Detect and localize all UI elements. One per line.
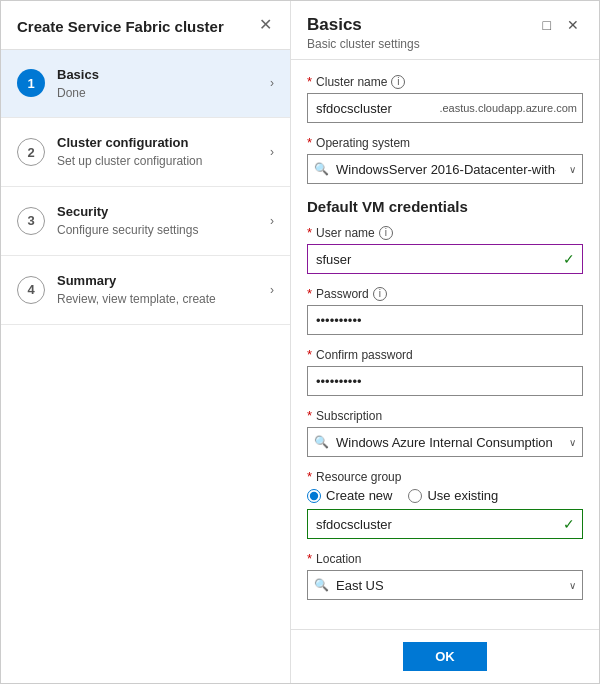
password-input-wrapper: [307, 305, 583, 335]
step-1-chevron: ›: [270, 76, 274, 90]
step-4-chevron: ›: [270, 283, 274, 297]
right-content: * Cluster name i .eastus.cloudapp.azure.…: [291, 60, 599, 629]
cluster-name-info-icon[interactable]: i: [391, 75, 405, 89]
password-group: * Password i: [307, 286, 583, 335]
subscription-label-text: Subscription: [316, 409, 382, 423]
step-1-title: Basics: [57, 66, 264, 84]
resource-group-input-wrapper: ✓: [307, 509, 583, 539]
right-close-button[interactable]: ✕: [563, 15, 583, 35]
cluster-name-label-text: Cluster name: [316, 75, 387, 89]
password-required: *: [307, 286, 312, 301]
location-label: * Location: [307, 551, 583, 566]
resource-group-label: * Resource group: [307, 469, 583, 484]
right-footer: OK: [291, 629, 599, 683]
confirm-password-input[interactable]: [307, 366, 583, 396]
step-4-title: Summary: [57, 272, 264, 290]
username-label-text: User name: [316, 226, 375, 240]
password-label: * Password i: [307, 286, 583, 301]
right-header-info: Basics Basic cluster settings: [307, 15, 420, 51]
step-item-2[interactable]: 2 Cluster configuration Set up cluster c…: [1, 118, 290, 187]
resource-group-check-icon: ✓: [563, 516, 575, 532]
os-label-text: Operating system: [316, 136, 410, 150]
resource-group-input[interactable]: [307, 509, 583, 539]
resource-group-required: *: [307, 469, 312, 484]
resource-group-radio-row: Create new Use existing: [307, 488, 583, 503]
subscription-label: * Subscription: [307, 408, 583, 423]
step-2-subtitle: Set up cluster configuration: [57, 154, 264, 170]
cluster-name-domain: .eastus.cloudapp.azure.com: [439, 102, 577, 114]
use-existing-radio[interactable]: [408, 489, 422, 503]
step-4-subtitle: Review, view template, create: [57, 292, 264, 308]
maximize-button[interactable]: □: [539, 15, 555, 35]
step-3-number: 3: [17, 207, 45, 235]
cluster-name-input-wrapper: .eastus.cloudapp.azure.com: [307, 93, 583, 123]
username-check-icon: ✓: [563, 251, 575, 267]
username-input-wrapper: ✓: [307, 244, 583, 274]
step-3-chevron: ›: [270, 214, 274, 228]
password-input[interactable]: [307, 305, 583, 335]
step-item-4[interactable]: 4 Summary Review, view template, create …: [1, 256, 290, 325]
subscription-group: * Subscription 🔍 Windows Azure Internal …: [307, 408, 583, 457]
confirm-password-group: * Confirm password: [307, 347, 583, 396]
confirm-password-label-text: Confirm password: [316, 348, 413, 362]
step-4-number: 4: [17, 276, 45, 304]
cluster-name-label: * Cluster name i: [307, 74, 583, 89]
step-3-subtitle: Configure security settings: [57, 223, 264, 239]
left-header: Create Service Fabric cluster ✕: [1, 1, 290, 50]
os-required: *: [307, 135, 312, 150]
step-1-subtitle: Done: [57, 86, 264, 102]
username-group: * User name i ✓: [307, 225, 583, 274]
left-panel-title: Create Service Fabric cluster: [17, 17, 224, 37]
username-required: *: [307, 225, 312, 240]
os-select[interactable]: WindowsServer 2016-Datacenter-with-C: [307, 154, 583, 184]
subscription-select-wrapper: 🔍 Windows Azure Internal Consumption (0 …: [307, 427, 583, 457]
step-2-number: 2: [17, 138, 45, 166]
create-new-radio[interactable]: [307, 489, 321, 503]
vm-credentials-section-title: Default VM credentials: [307, 198, 583, 215]
step-3-title: Security: [57, 203, 264, 221]
dialog-wrapper: Create Service Fabric cluster ✕ 1 Basics…: [0, 0, 600, 684]
steps-list: 1 Basics Done › 2 Cluster configuration …: [1, 50, 290, 684]
step-item-1[interactable]: 1 Basics Done ›: [1, 50, 290, 119]
right-panel: Basics Basic cluster settings □ ✕ * Clus…: [291, 1, 599, 683]
step-1-text: Basics Done: [57, 66, 264, 102]
os-label: * Operating system: [307, 135, 583, 150]
step-3-text: Security Configure security settings: [57, 203, 264, 239]
cluster-name-required: *: [307, 74, 312, 89]
right-panel-title: Basics: [307, 15, 420, 35]
step-2-text: Cluster configuration Set up cluster con…: [57, 134, 264, 170]
ok-button[interactable]: OK: [403, 642, 487, 671]
confirm-password-input-wrapper: [307, 366, 583, 396]
username-info-icon[interactable]: i: [379, 226, 393, 240]
step-1-number: 1: [17, 69, 45, 97]
password-info-icon[interactable]: i: [373, 287, 387, 301]
os-select-wrapper: 🔍 WindowsServer 2016-Datacenter-with-C ∨: [307, 154, 583, 184]
left-panel: Create Service Fabric cluster ✕ 1 Basics…: [1, 1, 291, 683]
username-label: * User name i: [307, 225, 583, 240]
location-group: * Location 🔍 East US ∨: [307, 551, 583, 600]
right-header: Basics Basic cluster settings □ ✕: [291, 1, 599, 60]
resource-group-group: * Resource group Create new Use existing: [307, 469, 583, 539]
create-new-label-text: Create new: [326, 488, 392, 503]
step-4-text: Summary Review, view template, create: [57, 272, 264, 308]
create-new-radio-label[interactable]: Create new: [307, 488, 392, 503]
step-item-3[interactable]: 3 Security Configure security settings ›: [1, 187, 290, 256]
confirm-password-required: *: [307, 347, 312, 362]
location-label-text: Location: [316, 552, 361, 566]
subscription-required: *: [307, 408, 312, 423]
confirm-password-label: * Confirm password: [307, 347, 583, 362]
left-close-button[interactable]: ✕: [257, 17, 274, 33]
right-panel-subtitle: Basic cluster settings: [307, 37, 420, 51]
use-existing-radio-label[interactable]: Use existing: [408, 488, 498, 503]
use-existing-label-text: Use existing: [427, 488, 498, 503]
subscription-select[interactable]: Windows Azure Internal Consumption (0: [307, 427, 583, 457]
password-label-text: Password: [316, 287, 369, 301]
location-required: *: [307, 551, 312, 566]
location-select[interactable]: East US: [307, 570, 583, 600]
right-header-actions: □ ✕: [539, 15, 583, 35]
username-input[interactable]: [307, 244, 583, 274]
os-group: * Operating system 🔍 WindowsServer 2016-…: [307, 135, 583, 184]
resource-group-label-text: Resource group: [316, 470, 401, 484]
cluster-name-group: * Cluster name i .eastus.cloudapp.azure.…: [307, 74, 583, 123]
step-2-chevron: ›: [270, 145, 274, 159]
